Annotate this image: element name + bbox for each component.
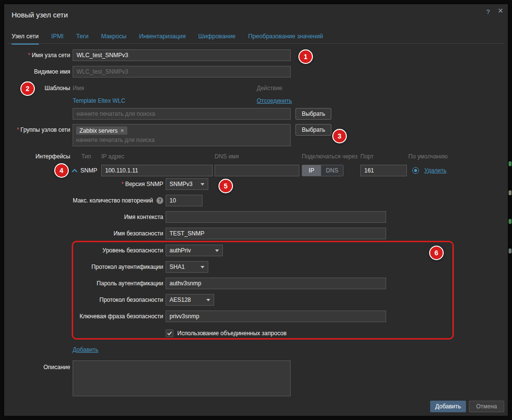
visible-name-label: Видимое имя — [8, 66, 70, 78]
templates-label: Шаблоны — [8, 82, 70, 94]
host-groups-multiselect[interactable]: Zabbix servers × начните печатать для по… — [73, 124, 291, 146]
context-name-label: Имя контекста — [8, 211, 163, 223]
chevron-down-icon — [206, 299, 210, 301]
remove-interface-link[interactable]: Удалить — [424, 167, 447, 174]
chevron-down-icon — [215, 249, 219, 252]
template-search-input[interactable] — [73, 108, 291, 120]
host-groups-label: * Группы узлов сети — [8, 124, 70, 136]
context-name-input[interactable] — [166, 211, 386, 223]
snmp-version-label: * Версия SNMP — [8, 178, 163, 190]
priv-protocol-label: Протокол безопасности — [8, 294, 163, 306]
templates-col-action: Действие — [257, 82, 282, 94]
auth-protocol-select[interactable]: SHA1 — [166, 261, 208, 273]
add-host-button[interactable]: Добавить — [430, 401, 466, 412]
tab-macros[interactable]: Макросы — [101, 28, 126, 45]
connect-via-dns-option[interactable]: DNS — [321, 165, 343, 176]
help-icon[interactable]: ? — [486, 8, 490, 16]
security-level-select[interactable]: authPriv — [166, 245, 223, 256]
priv-protocol-select[interactable]: AES128 — [166, 294, 214, 306]
page-behind-fragment — [509, 190, 512, 195]
dialog-tabs: Узел сети IPMI Теги Макросы Инвентаризац… — [12, 28, 323, 45]
unlink-row: Отсоединить — [257, 95, 292, 107]
tab-tags[interactable]: Теги — [76, 28, 88, 45]
connect-via-toggle: IP DNS — [302, 165, 343, 176]
tabs-divider — [8, 43, 504, 44]
chevron-down-icon — [201, 183, 204, 186]
tab-ipmi[interactable]: IPMI — [51, 28, 64, 45]
linked-template-link[interactable]: Template Eltex WLC — [73, 97, 125, 104]
interfaces-label: Интерфейсы — [8, 151, 70, 162]
interface-ip-input[interactable] — [101, 165, 213, 176]
priv-passphrase-input[interactable] — [166, 311, 386, 322]
security-level-label: Уровень безопасности — [8, 245, 163, 256]
connect-via-ip-option[interactable]: IP — [302, 165, 321, 176]
tab-host[interactable]: Узел сети — [12, 28, 39, 45]
snmp-version-select[interactable]: SNMPv3 — [166, 178, 208, 190]
interface-port-input[interactable] — [360, 165, 407, 176]
template-select-button[interactable]: Выбрать — [295, 108, 331, 120]
host-group-chip: Zabbix servers × — [76, 126, 127, 135]
page-behind-fragment — [509, 161, 512, 166]
host-name-input[interactable] — [73, 49, 291, 61]
dialog-title: Новый узел сети — [12, 11, 68, 19]
page-behind-fragment — [509, 219, 512, 224]
close-icon[interactable]: × — [498, 6, 503, 16]
chip-remove-icon[interactable]: × — [121, 128, 124, 134]
if-col-type: Тип — [81, 151, 91, 162]
priv-passphrase-label: Ключевая фраза безопасности — [8, 311, 163, 322]
auth-passphrase-input[interactable] — [166, 278, 386, 289]
default-interface-radio[interactable] — [412, 167, 419, 174]
bulk-requests-label: Использование объединенных запросов — [177, 327, 287, 339]
tab-encryption[interactable]: Шифрование — [198, 28, 235, 45]
bulk-requests-checkbox[interactable] — [166, 329, 173, 337]
annotation-circle-4: 4 — [54, 163, 69, 178]
screen: Новый узел сети ? × Узел сети IPMI Теги … — [0, 0, 512, 420]
interface-type-label: SNMP — [80, 165, 97, 176]
visible-name-input[interactable] — [73, 66, 291, 78]
annotation-circle-1: 1 — [298, 49, 313, 64]
if-col-port: Порт — [360, 151, 373, 162]
annotation-circle-6: 6 — [429, 246, 444, 260]
unlink-template-link[interactable]: Отсоединить — [257, 97, 292, 104]
if-col-ip: IP адрес — [101, 151, 124, 162]
host-groups-search[interactable]: начните печатать для поиска — [76, 136, 287, 144]
annotation-circle-2: 2 — [20, 81, 35, 96]
host-name-label: * Имя узла сети — [8, 49, 70, 61]
max-repetitions-input[interactable] — [166, 195, 202, 206]
auth-protocol-label: Протокол аутентификации — [8, 261, 163, 273]
auth-passphrase-label: Пароль аутентификации — [8, 278, 163, 289]
security-name-input[interactable] — [166, 228, 386, 239]
description-textarea[interactable] — [73, 360, 291, 396]
interface-dns-input[interactable] — [215, 165, 299, 176]
cancel-button[interactable]: Отмена — [469, 401, 504, 412]
tab-inventory[interactable]: Инвентаризация — [139, 28, 186, 45]
if-col-dns: DNS имя — [215, 151, 239, 162]
annotation-circle-5: 5 — [218, 179, 233, 193]
description-label: Описание — [8, 361, 70, 373]
collapse-interface-button[interactable] — [72, 165, 78, 176]
add-interface-row: Добавить — [73, 344, 98, 356]
annotation-circle-3: 3 — [332, 129, 347, 143]
if-col-default: По умолчанию — [408, 151, 448, 162]
add-interface-link[interactable]: Добавить — [73, 346, 98, 353]
required-mark: * — [122, 181, 124, 187]
security-name-label: Имя безопасности — [8, 228, 163, 239]
required-mark: * — [17, 126, 19, 133]
if-col-connect: Подключаться через — [302, 151, 357, 162]
help-hint-icon[interactable]: ? — [156, 197, 163, 204]
chevron-up-icon — [72, 169, 78, 172]
max-repetitions-label: Макс. количество повторений ? — [8, 195, 163, 206]
page-behind-fragment — [509, 249, 512, 253]
required-mark: * — [28, 52, 31, 59]
tab-value-mapping[interactable]: Преобразование значений — [248, 28, 323, 45]
check-icon — [167, 331, 172, 335]
templates-col-name: Имя — [73, 82, 84, 94]
chevron-down-icon — [201, 266, 204, 268]
linked-template-row: Template Eltex WLC — [73, 95, 125, 107]
host-groups-select-button[interactable]: Выбрать — [295, 124, 331, 136]
remove-interface-row: Удалить — [424, 165, 447, 176]
